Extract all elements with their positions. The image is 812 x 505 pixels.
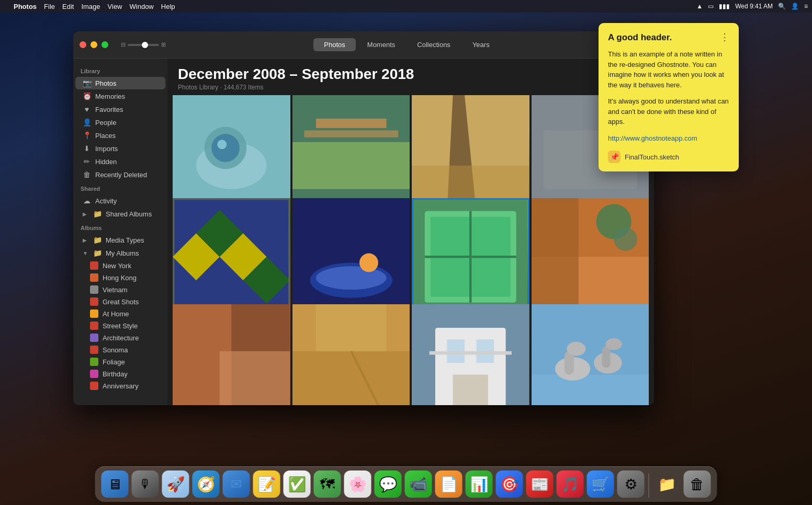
dock-item-notes[interactable]: 📝 bbox=[253, 470, 280, 498]
sidebar-album-birthday[interactable]: Birthday bbox=[75, 368, 165, 380]
sidebar-item-people[interactable]: 👤 People bbox=[75, 116, 165, 129]
dock-item-keynote[interactable]: 🎯 bbox=[496, 470, 523, 498]
sidebar-album-anniversary[interactable]: Anniversary bbox=[75, 380, 165, 392]
zoom-slider[interactable]: ⊟ ⊞ bbox=[121, 41, 166, 48]
ghostnote-filename: FinalTouch.sketch bbox=[625, 153, 679, 161]
photo-cell-5[interactable] bbox=[173, 198, 290, 316]
wifi-icon: ▲ bbox=[696, 3, 703, 10]
menubar-window[interactable]: Window bbox=[130, 3, 154, 10]
dock-item-safari[interactable]: 🧭 bbox=[193, 470, 220, 498]
dock-item-photos[interactable]: 🌸 bbox=[344, 470, 371, 498]
window-maximize-button[interactable] bbox=[102, 41, 108, 48]
sidebar-album-at-home[interactable]: At Home bbox=[75, 308, 165, 319]
dock-item-maps[interactable]: 🗺 bbox=[314, 470, 341, 498]
photo-cell-12[interactable] bbox=[532, 304, 649, 405]
sidebar-item-media-types[interactable]: ▶ 📁 Media Types bbox=[75, 234, 165, 246]
slider-thumb[interactable] bbox=[142, 42, 148, 48]
sidebar-album-sonoma[interactable]: Sonoma bbox=[75, 344, 165, 355]
sidebar-item-recently-deleted[interactable]: 🗑 Recently Deleted bbox=[75, 168, 165, 181]
media-types-icon: 📁 bbox=[93, 236, 102, 244]
sidebar-item-my-albums[interactable]: ▼ 📁 My Albums bbox=[75, 247, 165, 259]
sidebar-album-great-shots[interactable]: Great Shots bbox=[75, 296, 165, 307]
menubar-help[interactable]: Help bbox=[161, 3, 175, 10]
photo-cell-10[interactable] bbox=[292, 304, 410, 405]
dock-item-siri[interactable]: 🎙 bbox=[132, 470, 159, 498]
sidebar-album-vietnam[interactable]: Vietnam bbox=[75, 284, 165, 295]
photo-cell-2[interactable] bbox=[292, 95, 410, 213]
photo-cell-6[interactable] bbox=[292, 198, 410, 316]
dock-item-appstore[interactable]: 🛒 bbox=[587, 470, 614, 498]
dock-item-facetime[interactable]: 📹 bbox=[405, 470, 432, 498]
my-albums-icon: 📁 bbox=[93, 249, 102, 257]
photo-cell-7[interactable] bbox=[412, 198, 529, 316]
sidebar-item-shared-albums[interactable]: ▶ 📁 Shared Albums bbox=[75, 208, 165, 220]
dock-item-mail[interactable]: ✉ bbox=[223, 470, 250, 498]
window-controls bbox=[80, 41, 108, 48]
menubar-app-name[interactable]: Photos bbox=[14, 3, 37, 10]
menubar-datetime[interactable]: Wed 9:41 AM bbox=[735, 3, 773, 10]
svg-rect-39 bbox=[315, 304, 386, 351]
preferences-icon: ⚙ bbox=[624, 476, 637, 493]
sidebar-item-imports[interactable]: ⬇ Imports bbox=[75, 142, 165, 155]
svg-rect-7 bbox=[315, 119, 386, 128]
memories-icon: ⏰ bbox=[83, 92, 91, 100]
dock-item-downloads[interactable]: 📁 bbox=[653, 470, 681, 498]
photo-cell-11[interactable] bbox=[412, 304, 529, 405]
ghostnote-link[interactable]: http://www.ghostnoteapp.com bbox=[608, 134, 697, 142]
window-minimize-button[interactable] bbox=[91, 41, 97, 48]
dock-item-numbers[interactable]: 📊 bbox=[466, 470, 493, 498]
photo-cell-1[interactable] bbox=[173, 95, 290, 213]
sidebar-item-memories[interactable]: ⏰ Memories bbox=[75, 90, 165, 102]
tab-moments[interactable]: Moments bbox=[357, 38, 405, 51]
sidebar-item-favorites[interactable]: ♥ Favorites bbox=[75, 103, 165, 116]
tab-collections[interactable]: Collections bbox=[407, 38, 461, 51]
sidebar-item-photos[interactable]: 📷 Photos bbox=[75, 77, 165, 89]
svg-rect-38 bbox=[292, 351, 410, 405]
photo-cell-9[interactable] bbox=[173, 304, 290, 405]
dock-item-launchpad[interactable]: 🚀 bbox=[162, 470, 189, 498]
sidebar-activity-label: Activity bbox=[95, 197, 117, 205]
tab-years[interactable]: Years bbox=[462, 38, 500, 51]
sidebar-item-hidden[interactable]: ✏ Hidden bbox=[75, 155, 165, 168]
photo-cell-8[interactable] bbox=[532, 198, 649, 316]
sidebar-album-street-style[interactable]: Street Style bbox=[75, 320, 165, 331]
photo-cell-3[interactable] bbox=[412, 95, 529, 213]
ghostnote-header: A good header. ⋮ bbox=[608, 32, 729, 43]
sidebar-item-activity[interactable]: ☁ Activity bbox=[75, 194, 165, 207]
sidebar-item-places[interactable]: 📍 Places bbox=[75, 129, 165, 142]
window-close-button[interactable] bbox=[80, 41, 86, 48]
dock-separator bbox=[649, 474, 649, 498]
dock-item-trash[interactable]: 🗑 bbox=[684, 470, 711, 498]
sidebar: Library 📷 Photos ⏰ Memories ♥ Favorites … bbox=[73, 59, 167, 405]
sidebar-album-hong-kong[interactable]: Hong Kong bbox=[75, 272, 165, 283]
menubar-left: Photos File Edit Image View Window Help bbox=[4, 3, 175, 10]
hidden-icon: ✏ bbox=[83, 157, 91, 166]
menubar-right: ▲ ▭ ▮▮▮ Wed 9:41 AM 🔍 👤 ≡ bbox=[696, 3, 808, 10]
sidebar-album-architecture[interactable]: Architecture bbox=[75, 332, 165, 343]
album-label-birthday: Birthday bbox=[103, 370, 128, 378]
dock-item-news[interactable]: 📰 bbox=[526, 470, 554, 498]
slider-track[interactable] bbox=[128, 44, 159, 46]
menubar-view[interactable]: View bbox=[108, 3, 122, 10]
dock-item-reminders[interactable]: ✅ bbox=[284, 470, 311, 498]
music-icon: 🎵 bbox=[561, 476, 579, 493]
menubar-image[interactable]: Image bbox=[81, 3, 100, 10]
imports-icon: ⬇ bbox=[83, 144, 91, 153]
dock-item-preferences[interactable]: ⚙ bbox=[617, 470, 645, 498]
dock-item-pages[interactable]: 📄 bbox=[435, 470, 463, 498]
control-center-icon[interactable]: ≡ bbox=[804, 3, 808, 10]
user-avatar[interactable]: 👤 bbox=[791, 3, 799, 10]
sidebar-album-new-york[interactable]: New York bbox=[75, 260, 165, 271]
trash-icon: 🗑 bbox=[690, 476, 705, 493]
dock-item-finder[interactable]: 🖥 bbox=[102, 470, 129, 498]
tab-photos[interactable]: Photos bbox=[313, 38, 355, 51]
dock-item-messages[interactable]: 💬 bbox=[375, 470, 402, 498]
menubar-file[interactable]: File bbox=[44, 3, 55, 10]
ghostnote-menu-button[interactable]: ⋮ bbox=[720, 32, 729, 42]
safari-icon: 🧭 bbox=[197, 476, 215, 493]
album-label-foliage: Foliage bbox=[103, 358, 125, 366]
search-icon[interactable]: 🔍 bbox=[778, 3, 786, 10]
menubar-edit[interactable]: Edit bbox=[62, 3, 74, 10]
dock-item-music[interactable]: 🎵 bbox=[557, 470, 584, 498]
sidebar-album-foliage[interactable]: Foliage bbox=[75, 356, 165, 368]
